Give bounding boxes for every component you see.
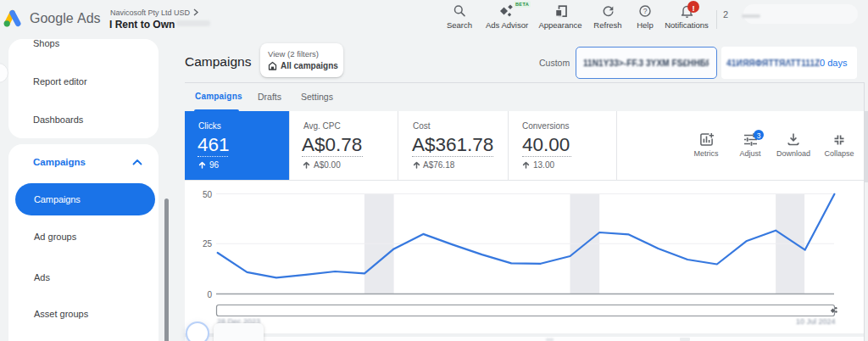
- svg-text:?: ?: [643, 7, 648, 15]
